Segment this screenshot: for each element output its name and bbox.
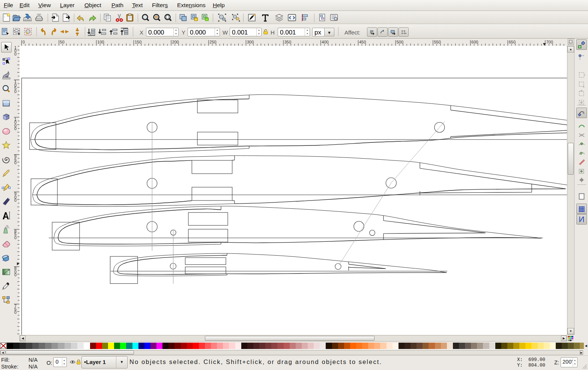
svg-text:150: 150 [135,40,141,44]
svg-text:0: 0 [14,89,17,94]
svg-text:50: 50 [60,40,65,44]
svg-text:550: 550 [434,40,441,44]
svg-text:300: 300 [247,40,254,44]
svg-text:250: 250 [209,40,216,44]
svg-text:450: 450 [359,40,366,44]
svg-text:0: 0 [14,273,17,277]
svg-text:500: 500 [397,40,403,44]
svg-text:0: 0 [14,160,17,165]
svg-text:0: 0 [23,40,25,44]
svg-text:100: 100 [97,40,104,44]
svg-text:0: 0 [14,52,17,56]
svg-text:350: 350 [284,40,291,44]
svg-text:400: 400 [322,40,328,44]
svg-text:700: 700 [546,40,553,44]
svg-text:0: 0 [14,198,17,202]
svg-text:200: 200 [172,40,179,44]
svg-text:650: 650 [509,40,516,44]
svg-text:0: 0 [14,235,17,240]
svg-text:0: 0 [14,310,17,315]
svg-text:600: 600 [471,40,478,44]
svg-text:0: 0 [14,126,17,131]
